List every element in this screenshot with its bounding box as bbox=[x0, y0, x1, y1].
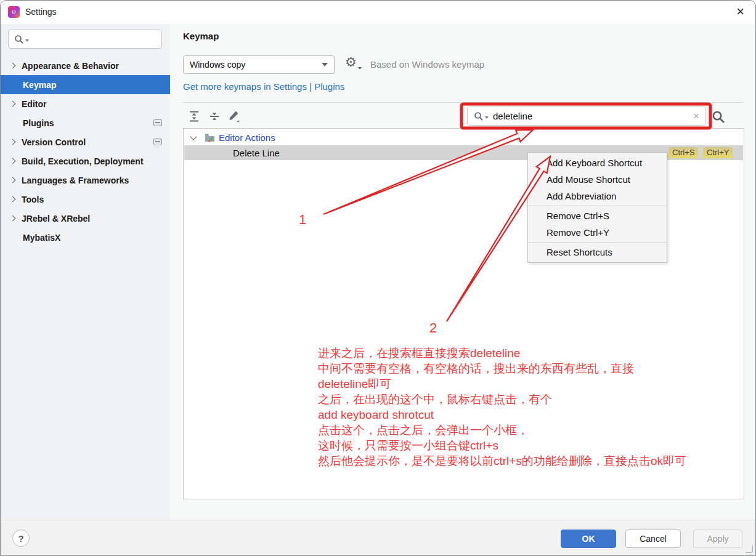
settings-badge-icon bbox=[153, 139, 162, 145]
settings-dialog: IJ Settings × Appearance & Behavior Keym… bbox=[0, 0, 756, 556]
sidebar-item-mybatisx[interactable]: MybatisX bbox=[1, 228, 170, 247]
search-options-caret-icon bbox=[485, 116, 489, 119]
settings-sidebar: Appearance & Behavior Keymap Editor Plug… bbox=[1, 24, 170, 521]
collapse-all-icon[interactable] bbox=[208, 110, 221, 123]
chevron-down-icon bbox=[322, 63, 328, 66]
chevron-right-icon bbox=[10, 101, 16, 107]
close-icon[interactable]: × bbox=[736, 4, 744, 20]
menu-item-reset-shortcuts[interactable]: Reset Shortcuts bbox=[528, 244, 667, 260]
menu-item-remove-ctrl-s[interactable]: Remove Ctrl+S bbox=[528, 207, 667, 224]
chevron-right-icon bbox=[10, 216, 16, 222]
sidebar-item-label: Version Control bbox=[22, 137, 86, 147]
annotation-notes: 进来之后，在搜索框直接搜索deleteline 中间不需要有空格，有空格的话，搜… bbox=[318, 345, 686, 469]
sidebar-item-label: Plugins bbox=[23, 118, 54, 128]
menu-item-remove-ctrl-y[interactable]: Remove Ctrl+Y bbox=[528, 224, 667, 241]
clear-search-icon[interactable]: × bbox=[693, 110, 699, 123]
help-button[interactable]: ? bbox=[12, 530, 30, 547]
chevron-down-icon[interactable] bbox=[190, 133, 197, 140]
chevron-right-icon bbox=[10, 196, 16, 203]
shortcut-badge: Ctrl+Y bbox=[703, 147, 733, 158]
sidebar-item-label: Tools bbox=[22, 195, 44, 204]
menu-item-add-abbreviation[interactable]: Add Abbreviation bbox=[528, 188, 667, 204]
gear-caret-icon bbox=[358, 67, 362, 70]
sidebar-item-plugins[interactable]: Plugins bbox=[1, 113, 170, 132]
resize-grip[interactable] bbox=[746, 546, 753, 553]
settings-search-input[interactable] bbox=[8, 30, 162, 49]
note-line: add keyboard shrotcut bbox=[318, 407, 686, 422]
keymap-settings-pane: Keymap Windows copy ⚙ Based on Windows k… bbox=[170, 24, 755, 521]
note-line: 之后，在出现的这个中，鼠标右键点击，有个 bbox=[318, 392, 686, 407]
tree-group-label: Editor Actions bbox=[219, 132, 275, 143]
sidebar-item-label: Editor bbox=[22, 99, 46, 109]
sidebar-item-tools[interactable]: Tools bbox=[1, 190, 170, 209]
sidebar-item-appearance-behavior[interactable]: Appearance & Behavior bbox=[1, 56, 170, 75]
title-bar: IJ Settings × bbox=[1, 1, 755, 24]
sidebar-item-label: Appearance & Behavior bbox=[22, 61, 119, 71]
note-line: 点击这个，点击之后，会弹出一个小框， bbox=[318, 422, 686, 438]
editor-actions-folder-icon bbox=[205, 133, 215, 142]
sidebar-item-keymap[interactable]: Keymap bbox=[1, 75, 170, 94]
dialog-footer: ? OK Cancel Apply bbox=[1, 520, 755, 555]
apply-button[interactable]: Apply bbox=[693, 530, 742, 548]
expand-all-icon[interactable] bbox=[187, 110, 201, 123]
window-title: Settings bbox=[25, 7, 57, 17]
get-more-keymaps-link[interactable]: Get more keymaps in Settings | Plugins bbox=[183, 81, 344, 92]
search-icon bbox=[474, 111, 484, 121]
chevron-right-icon bbox=[10, 158, 16, 164]
menu-separator bbox=[528, 242, 667, 243]
menu-item-add-mouse-shortcut[interactable]: Add Mouse Shortcut bbox=[528, 171, 667, 188]
action-search-input[interactable]: deleteline × bbox=[467, 107, 706, 126]
action-search-value: deleteline bbox=[493, 111, 532, 121]
menu-separator bbox=[528, 206, 667, 206]
edit-pencil-icon[interactable] bbox=[227, 110, 241, 123]
note-line: deleteline即可 bbox=[318, 376, 686, 392]
keymap-select-value: Windows copy bbox=[190, 60, 245, 70]
sidebar-item-version-control[interactable]: Version Control bbox=[1, 132, 170, 151]
shortcut-badge: Ctrl+S bbox=[669, 147, 698, 158]
chevron-right-icon bbox=[10, 177, 16, 183]
sidebar-item-jrebel-xrebel[interactable]: JRebel & XRebel bbox=[1, 209, 170, 228]
note-line: 然后他会提示你，是不是要将以前ctrl+s的功能给删除，直接点击ok即可 bbox=[318, 453, 686, 469]
sidebar-item-editor[interactable]: Editor bbox=[1, 94, 170, 113]
sidebar-item-label: JRebel & XRebel bbox=[22, 214, 90, 224]
search-icon bbox=[14, 34, 24, 44]
header-separator bbox=[183, 102, 743, 103]
sidebar-item-languages-frameworks[interactable]: Languages & Frameworks bbox=[1, 171, 170, 190]
keymap-select[interactable]: Windows copy bbox=[183, 55, 335, 74]
sidebar-item-label: MybatisX bbox=[23, 233, 60, 243]
intellij-logo-icon: IJ bbox=[8, 6, 20, 18]
tree-group-row[interactable]: Editor Actions bbox=[184, 130, 744, 145]
sidebar-item-build-execution-deployment[interactable]: Build, Execution, Deployment bbox=[1, 151, 170, 171]
page-title: Keymap bbox=[183, 31, 219, 41]
ok-button[interactable]: OK bbox=[561, 530, 616, 548]
cancel-button[interactable]: Cancel bbox=[625, 530, 681, 548]
sidebar-item-label: Build, Execution, Deployment bbox=[22, 156, 144, 166]
note-line: 中间不需要有空格，有空格的话，搜出来的东西有些乱，直接 bbox=[318, 361, 686, 376]
gear-icon[interactable]: ⚙ bbox=[345, 55, 357, 70]
search-options-caret-icon bbox=[25, 39, 29, 42]
chevron-right-icon bbox=[10, 139, 16, 145]
sidebar-item-label: Keymap bbox=[23, 80, 56, 90]
context-menu: Add Keyboard Shortcut Add Mouse Shortcut… bbox=[527, 152, 667, 263]
menu-item-add-keyboard-shortcut[interactable]: Add Keyboard Shortcut bbox=[528, 155, 667, 171]
sidebar-item-label: Languages & Frameworks bbox=[22, 175, 129, 185]
settings-badge-icon bbox=[153, 119, 162, 126]
based-on-text: Based on Windows keymap bbox=[370, 59, 484, 70]
chevron-right-icon bbox=[10, 63, 16, 69]
note-line: 这时候，只需要按一小组合键ctrl+s bbox=[318, 438, 686, 453]
action-name: Delete Line bbox=[233, 148, 280, 158]
find-action-by-shortcut-icon[interactable] bbox=[711, 110, 726, 124]
note-line: 进来之后，在搜索框直接搜索deleteline bbox=[318, 345, 686, 361]
